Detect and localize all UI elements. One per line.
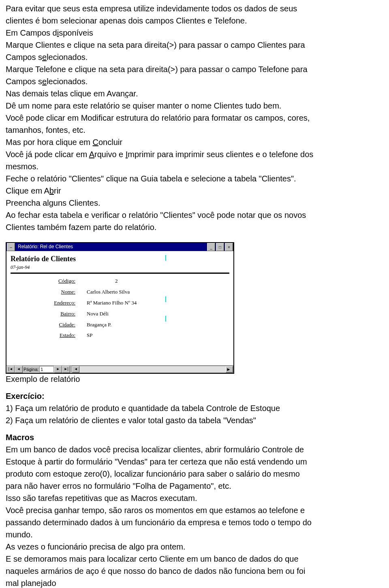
body-text: Marque Telefone e clique na seta para di… (6, 64, 383, 75)
body-text: mesmos. (6, 161, 383, 172)
ruler-mark-icon (165, 255, 166, 261)
text: oncluir (98, 138, 122, 147)
field-label: Bairro: (11, 311, 79, 317)
body-text: Em Campos disponíveis (6, 28, 383, 38)
text: mprimir para imprimir seus clientes e o … (128, 150, 313, 159)
body-text: Feche o relatório "Clientes" clique na G… (6, 173, 383, 184)
field-label: Estado: (11, 332, 79, 339)
body-text: Marque Clientes e clique na seta para di… (6, 40, 383, 50)
ruler-mark-icon (165, 296, 166, 302)
maximize-icon[interactable]: □ (216, 243, 224, 251)
window-title: Relatório: Rel de Clientes (15, 244, 207, 250)
body-text: Campos selecionados. (6, 52, 383, 62)
ruler-mark-icon (165, 316, 166, 322)
body-text: Em um banco de dados você precisa locali… (6, 444, 383, 455)
field-value: Carlos Alberto Silva (79, 289, 130, 296)
body-text: Para evitar que seus esta empresa utiliz… (6, 3, 383, 14)
body-text: Clique em Abrir (6, 185, 383, 196)
body-text: Preencha alguns Clientes. (6, 198, 383, 208)
divider (11, 273, 229, 274)
body-text: As vezes o funcionário precisa de algo p… (6, 541, 383, 552)
text: rir (54, 186, 61, 195)
field-row: Nome: Carlos Alberto Silva (11, 289, 229, 296)
field-value: Nova Déli (79, 311, 109, 317)
last-record-button[interactable]: ►| (62, 366, 70, 373)
caption: Exemplo de relatório (6, 374, 383, 384)
field-row: Bairro: Nova Déli (11, 311, 229, 317)
mnemonic: ç (125, 89, 129, 98)
minimize-icon[interactable]: _ (207, 243, 215, 251)
body-text: Você pode clicar em Modificar estrutura … (6, 113, 383, 123)
text: Mas por hora clique em (6, 138, 93, 147)
mnemonic: A (89, 150, 94, 159)
system-menu-icon[interactable]: – (7, 243, 15, 251)
body-text: para não haver erros no formulário "Folh… (6, 481, 383, 491)
horizontal-scrollbar[interactable]: ◄ ► (72, 366, 233, 373)
text: ar. (129, 89, 138, 98)
field-row: Código: 2 (11, 278, 229, 285)
field-value: Bragança P. (79, 322, 111, 328)
mnemonic: e (42, 77, 47, 86)
report-window: – Relatório: Rel de Clientes _ □ × Relat… (6, 242, 234, 374)
text: Campos s (6, 77, 42, 86)
text: lecionados. (47, 77, 88, 86)
body-text: Isso são tarefas repetitivas que as Macr… (6, 493, 383, 503)
body-text: Dê um nome para este relatório se quiser… (6, 100, 383, 111)
report-title: Relatório de Clientes (11, 254, 229, 264)
text: Campos s (6, 53, 42, 62)
report-body: Relatório de Clientes 07-jan-94 Código: … (6, 251, 233, 365)
text: Clique em A (6, 186, 49, 195)
field-row: Estado: SP (11, 332, 229, 339)
body-text: mundo. (6, 529, 383, 540)
mnemonic: C (93, 138, 98, 147)
page-number-box[interactable]: 1 (39, 366, 54, 373)
document-page: Para evitar que seus esta empresa utiliz… (0, 0, 389, 588)
body-text: passando determinado dados à um funcioná… (6, 517, 383, 528)
body-text: Nas demais telas clique em Avançar. (6, 88, 383, 99)
body-text: Campos selecionados. (6, 76, 383, 87)
field-row: Cidade: Bragança P. (11, 322, 229, 328)
titlebar[interactable]: – Relatório: Rel de Clientes _ □ × (6, 243, 233, 251)
field-value: 2 (79, 278, 118, 285)
field-value: Rª Mariano Filho Nº 34 (79, 300, 137, 307)
field-label: Código: (11, 278, 79, 285)
text: Nas demais telas clique em Avan (6, 89, 125, 98)
text: sponíveis (59, 28, 93, 37)
section-heading: Macros (6, 432, 383, 443)
body-text: tamanhos, fontes, etc. (6, 125, 383, 135)
field-value: SP (79, 332, 92, 339)
body-text: Ao fechar esta tabela e verificar o rela… (6, 210, 383, 220)
exercise-item: 1) Faça um relatório de produto e quanti… (6, 403, 383, 413)
field-label: Cidade: (11, 322, 79, 328)
record-navigator: |◄ ◄ Página: 1 ► ►| ◄ ► (6, 365, 233, 373)
text: rquivo e (94, 150, 126, 159)
body-text: Mas por hora clique em Concluir (6, 137, 383, 147)
first-record-button[interactable]: |◄ (6, 366, 15, 373)
exercise-item: 2) Faça um relatório de clientes e valor… (6, 415, 383, 426)
field-row: Endereço: Rª Mariano Filho Nº 34 (11, 300, 229, 307)
body-text: Estoque à partir do formulário "Vendas" … (6, 456, 383, 467)
field-label: Endereço: (11, 300, 79, 307)
body-text: Clientes também fazem parte do relatório… (6, 222, 383, 232)
prev-record-button[interactable]: ◄ (15, 366, 23, 373)
next-record-button[interactable]: ► (54, 366, 62, 373)
body-text: Você precisa ganhar tempo, são raros os … (6, 505, 383, 516)
scroll-left-icon[interactable]: ◄ (72, 366, 79, 373)
body-text: Você já pode clicar em Arquivo e Imprimi… (6, 149, 383, 160)
section-heading: Exercício: (6, 391, 383, 401)
text: lecionados. (47, 53, 88, 62)
body-text: naqueles armários de aço é que nosso do … (6, 566, 383, 576)
scroll-right-icon[interactable]: ► (226, 366, 233, 373)
page-label: Página: (23, 366, 39, 372)
close-icon[interactable]: × (225, 243, 233, 251)
body-text: produto com estoque zero(0), localizar f… (6, 469, 383, 479)
text: Você já pode clicar em (6, 150, 89, 159)
field-label: Nome: (11, 289, 79, 296)
text: Em Campos d (6, 28, 57, 37)
body-text: clientes é bom selecionar apenas dois ca… (6, 15, 383, 26)
body-text: mal planejado (6, 578, 383, 588)
mnemonic: b (49, 186, 54, 195)
report-date: 07-jan-94 (11, 264, 229, 271)
mnemonic: e (42, 53, 47, 62)
body-text: E se demoramos mais para localizar certo… (6, 554, 383, 564)
